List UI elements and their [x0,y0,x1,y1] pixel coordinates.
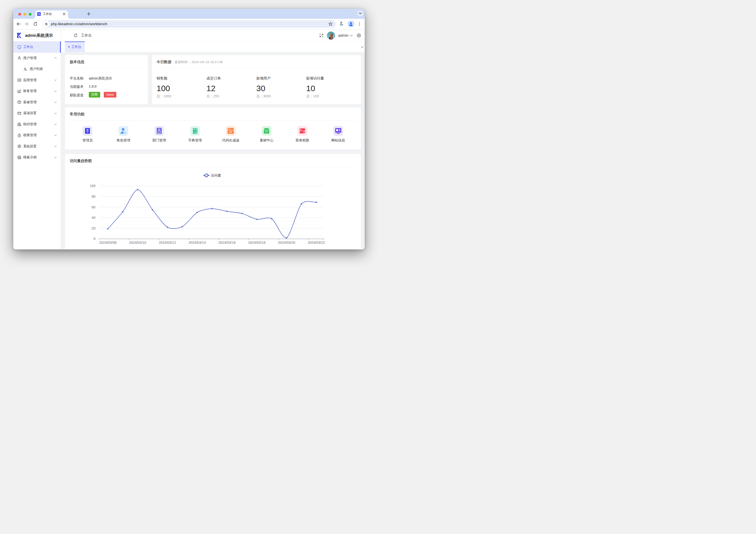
svg-text:100: 100 [90,184,95,188]
svg-text:2024/03/10: 2024/03/10 [129,241,146,245]
svg-text:2024/03/14: 2024/03/14 [189,241,206,245]
svg-text:40: 40 [92,216,95,220]
svg-text:0: 0 [93,237,95,241]
svg-text:2024/03/12: 2024/03/12 [159,241,176,245]
svg-text:2024/03/18: 2024/03/18 [248,241,265,245]
svg-text:60: 60 [92,205,95,209]
svg-text:2024/03/16: 2024/03/16 [218,241,235,245]
svg-text:2024/03/08: 2024/03/08 [99,241,116,245]
svg-text:访问量: 访问量 [211,174,221,177]
svg-text:80: 80 [92,195,95,199]
svg-text:20: 20 [92,226,95,230]
svg-text:2024/03/22: 2024/03/22 [308,241,325,245]
svg-text:2024/03/20: 2024/03/20 [278,241,295,245]
